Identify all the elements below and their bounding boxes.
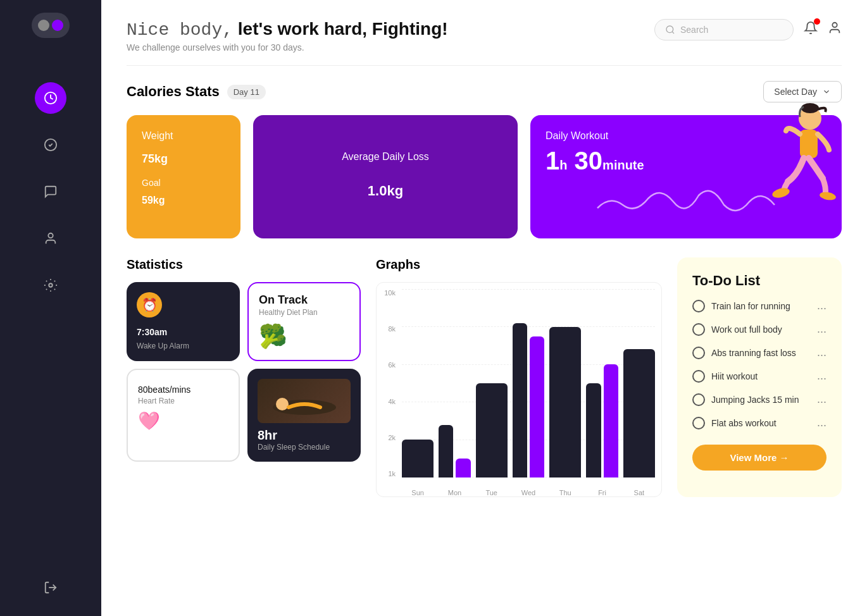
user-profile-icon[interactable] [828,21,842,39]
bar-tue-dark [476,383,508,477]
todo-checkbox-5[interactable] [692,393,705,406]
todo-item-text-6: Flat abs workout [711,418,811,428]
bar-mon-purple [456,459,470,477]
chart-y-axis: 10k 8k 6k 4k 2k 1k [377,289,399,477]
header-divider [127,65,842,66]
sleep-card: 8hr Daily Sleep Schedule [247,369,361,462]
view-more-button[interactable]: View More → [692,445,826,471]
todo-item-3: Abs tranning fast loss ... [692,346,826,359]
bar-sat-dark [623,349,655,477]
statistics-title: Statistics [127,257,361,272]
alarm-label: Wake Up Alarm [137,342,230,350]
todo-dots-4[interactable]: ... [817,369,826,383]
calories-stats-title: Calories Stats [127,83,220,100]
page-title: Nice body, let's work hard, Fighting! [127,19,448,40]
sidebar-bottom [35,572,66,603]
sidebar-item-chat[interactable] [35,176,66,207]
on-track-subtitle: Healthy Diet Plan [259,308,349,317]
sidebar-item-activity[interactable] [35,82,66,114]
sidebar-item-logout[interactable] [35,572,66,603]
workout-min: minute [602,158,644,172]
svg-point-5 [666,26,673,33]
on-track-title: On Track [259,293,349,307]
calories-stats-header: Calories Stats Day 11 Select Day [127,81,842,102]
header-right: Search [654,19,842,40]
todo-item-text-2: Work out full body [711,324,811,335]
bar-group-sat [623,289,655,477]
logo-right-circle [52,20,63,31]
select-day-label: Select Day [774,87,817,97]
todo-dots-5[interactable]: ... [817,393,826,406]
sidebar-item-check[interactable] [35,129,66,161]
bar-group-fri [586,289,618,477]
stats-cards: Weight 75kg Goal 59kg Average Daily Loss… [127,115,842,238]
search-placeholder: Search [680,25,708,35]
todo-checkbox-4[interactable] [692,370,705,383]
svg-rect-10 [800,130,818,158]
todo-checkbox-1[interactable] [692,300,705,312]
svg-point-3 [49,283,53,287]
todo-dots-6[interactable]: ... [817,416,826,429]
svg-point-14 [276,398,289,410]
calories-title: Calories Stats Day 11 [127,83,266,100]
todo-dots-3[interactable]: ... [817,346,826,359]
todo-item-text-3: Abs tranning fast loss [711,348,811,358]
graphs-title: Graphs [376,257,662,272]
svg-point-9 [801,103,819,113]
todo-item-text-1: Train lan for running [711,301,811,311]
todo-checkbox-2[interactable] [692,323,705,336]
todo-dots-1[interactable]: ... [817,299,826,312]
goal-label: Goal [142,178,225,188]
x-label-wed: Wed [513,489,544,496]
goal-unit: kg [153,195,165,206]
sleep-label: Daily Sleep Schedule [258,443,351,452]
sidebar [0,0,101,616]
bottom-section: Statistics ⏰ 7:30am Wake Up Alarm On Tra… [127,257,842,497]
chart-container: 10k 8k 6k 4k 2k 1k [376,282,662,497]
svg-point-12 [819,191,837,201]
heart-rate-card: 80beats/mins Heart Rate 🩷 [127,369,240,462]
bar-mon-dark [439,425,453,477]
stats-grid: ⏰ 7:30am Wake Up Alarm On Track Healthy … [127,282,361,462]
notification-icon[interactable] [804,21,818,39]
todo-checkbox-6[interactable] [692,417,705,429]
svg-point-7 [832,23,837,27]
bar-sun-dark [402,440,434,477]
heart-rate-value: 80beats/mins [138,380,228,397]
todo-title: To-Do List [692,273,826,289]
main-content: Nice body, let's work hard, Fighting! We… [101,0,867,616]
bar-thu-dark [549,327,581,477]
avg-title: Average Daily Loss [342,151,429,163]
search-icon [665,25,675,35]
header-subtitle: We challenge ourselves with you for 30 d… [127,42,448,52]
sidebar-item-settings[interactable] [35,269,66,301]
bar-group-thu [549,289,581,477]
todo-checkbox-3[interactable] [692,347,705,359]
todo-item-6: Flat abs workout ... [692,416,826,429]
bar-wed-purple [530,336,544,478]
x-label-thu: Thu [549,489,581,496]
todo-item-2: Work out full body ... [692,323,826,336]
logo-left-circle [38,20,49,31]
weight-value: 75kg [142,144,225,168]
todo-item-5: Jumping Jacks 15 min ... [692,393,826,406]
header: Nice body, let's work hard, Fighting! We… [127,19,842,52]
day-badge: Day 11 [227,85,266,99]
alarm-card: ⏰ 7:30am Wake Up Alarm [127,282,240,361]
bar-wed-dark [513,323,527,477]
todo-item-text-4: Hiit workout [711,371,811,381]
x-label-sat: Sat [623,489,655,496]
bar-fri-purple [604,364,618,477]
sidebar-item-user[interactable] [35,223,66,254]
search-bar[interactable]: Search [654,19,794,40]
todo-dots-2[interactable]: ... [817,323,826,336]
runner-svg [759,99,848,238]
sleep-figure [266,382,342,420]
weight-unit: kg [154,152,168,165]
heart-icon: 🩷 [138,410,228,431]
notification-badge [814,18,820,25]
x-label-fri: Fri [586,489,618,496]
sleep-time: 8hr [258,428,351,443]
goal-value: 59kg [142,188,225,208]
chart-area [402,289,655,477]
